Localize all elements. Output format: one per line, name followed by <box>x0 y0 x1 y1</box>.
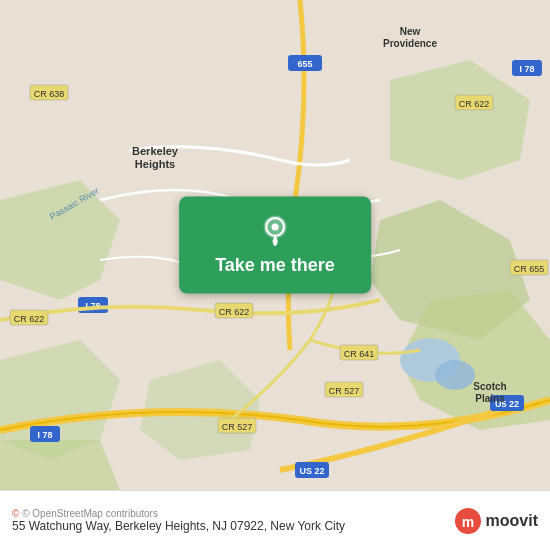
svg-text:CR 622: CR 622 <box>219 307 250 317</box>
moovit-label: moovit <box>486 512 538 530</box>
svg-text:US 22: US 22 <box>299 466 324 476</box>
svg-text:Providence: Providence <box>383 38 437 49</box>
osm-credit: © © OpenStreetMap contributors <box>12 508 345 519</box>
osm-text: © OpenStreetMap contributors <box>22 508 158 519</box>
footer-info: © © OpenStreetMap contributors 55 Watchu… <box>12 508 345 533</box>
svg-text:New: New <box>400 26 421 37</box>
svg-text:CR 527: CR 527 <box>329 386 360 396</box>
svg-text:m: m <box>461 514 473 530</box>
address-text: 55 Watchung Way, Berkeley Heights, NJ 07… <box>12 519 345 533</box>
svg-text:CR 527: CR 527 <box>222 422 253 432</box>
svg-point-9 <box>435 360 475 390</box>
svg-text:Heights: Heights <box>135 158 175 170</box>
moovit-brand-icon: m <box>454 507 482 535</box>
moovit-logo: m moovit <box>454 507 538 535</box>
svg-text:655: 655 <box>297 59 312 69</box>
svg-text:Plains: Plains <box>475 393 505 404</box>
svg-point-47 <box>271 223 278 230</box>
svg-text:Berkeley: Berkeley <box>132 145 179 157</box>
svg-marker-6 <box>0 440 120 490</box>
footer-bar: © © OpenStreetMap contributors 55 Watchu… <box>0 490 550 550</box>
take-me-there-label: Take me there <box>215 255 335 276</box>
svg-text:CR 641: CR 641 <box>344 349 375 359</box>
svg-text:CR 655: CR 655 <box>514 264 545 274</box>
location-pin-icon <box>259 215 291 247</box>
svg-text:I 78: I 78 <box>37 430 52 440</box>
map-container: I 78 I 78 US 22 U5 22 655 CR 622 CR 622 … <box>0 0 550 490</box>
svg-text:CR 622: CR 622 <box>14 314 45 324</box>
svg-text:I 78: I 78 <box>519 64 534 74</box>
copyright-symbol: © <box>12 508 19 519</box>
take-me-there-button[interactable]: Take me there <box>179 197 371 294</box>
svg-text:CR 622: CR 622 <box>459 99 490 109</box>
svg-text:Scotch: Scotch <box>473 381 506 392</box>
svg-text:CR 638: CR 638 <box>34 89 65 99</box>
